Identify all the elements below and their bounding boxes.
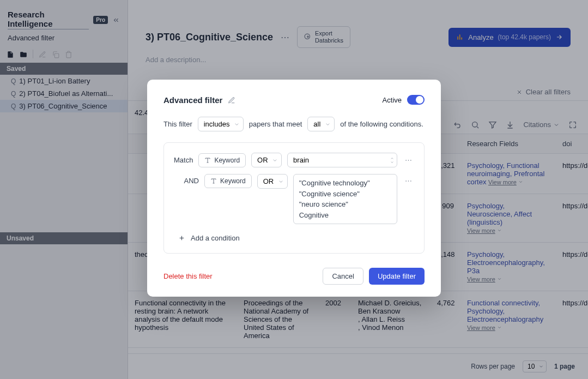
all-any-select[interactable]: all	[307, 117, 335, 131]
conditions-container: Match Keyword OR ⋯	[163, 142, 425, 254]
row-actions-icon[interactable]: ⋯	[403, 174, 414, 185]
field-type-select[interactable]: Keyword	[204, 174, 252, 188]
modal-title: Advanced filter	[163, 95, 222, 105]
condition-label: Match	[174, 156, 193, 164]
edit-title-icon[interactable]	[228, 95, 235, 104]
update-filter-button[interactable]: Update filter	[369, 268, 425, 285]
condition-multivalue-input[interactable]: "Cognitive technology" "Cognitive scienc…	[293, 174, 397, 224]
operator-select[interactable]: OR	[257, 174, 288, 189]
stepper-icon[interactable]	[390, 157, 395, 164]
condition-value-input[interactable]	[287, 153, 397, 167]
active-toggle[interactable]	[407, 95, 425, 105]
includes-select[interactable]: includes	[198, 117, 244, 131]
field-type-select[interactable]: Keyword	[198, 153, 246, 167]
cancel-button[interactable]: Cancel	[323, 268, 363, 285]
advanced-filter-modal: Advanced filter Active This filter inclu…	[147, 80, 441, 297]
active-label: Active	[383, 96, 402, 104]
operator-select[interactable]: OR	[251, 153, 282, 167]
add-condition-button[interactable]: Add a condition	[178, 234, 414, 242]
row-actions-icon[interactable]: ⋯	[403, 156, 414, 164]
delete-filter-link[interactable]: Delete this filter	[163, 272, 213, 280]
condition-label: AND	[174, 174, 199, 185]
